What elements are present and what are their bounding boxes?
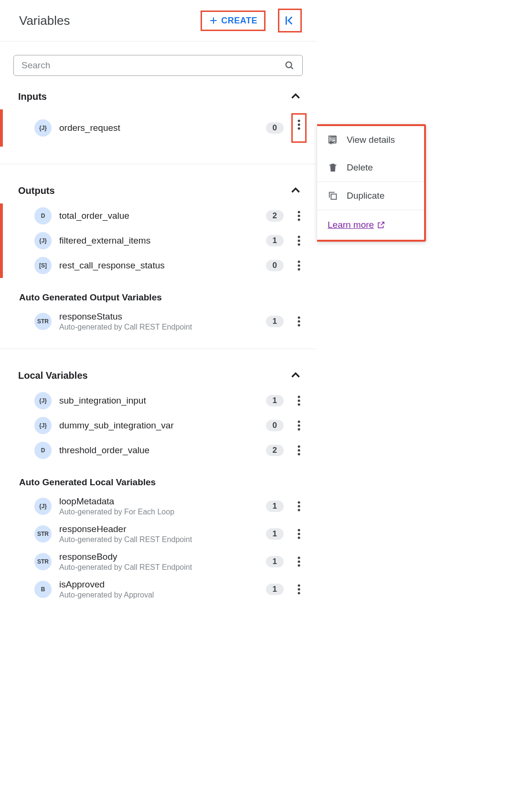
svg-point-27 [298,449,300,452]
svg-line-4 [291,67,293,69]
menu-link-learn-more[interactable]: Learn more [317,210,424,240]
variable-row[interactable]: D threshold_order_value 2 [0,438,316,463]
plus-icon [209,16,218,25]
more-actions-button[interactable] [291,442,307,458]
more-vert-icon [298,584,300,595]
more-actions-button[interactable] [291,393,307,409]
more-vert-icon [298,395,300,406]
trash-icon [328,162,338,173]
search-icon [284,60,295,71]
svg-rect-44 [330,140,333,141]
svg-point-29 [298,501,300,504]
svg-point-30 [298,505,300,508]
type-badge: {J} [34,119,52,137]
svg-point-21 [298,400,300,402]
type-badge: STR [34,313,52,330]
duplicate-icon [328,191,338,201]
svg-point-28 [298,453,300,456]
more-actions-button[interactable] [291,257,307,274]
create-button[interactable]: CREATE [201,11,266,31]
variable-row[interactable]: {J} filtered_external_items 1 [0,228,316,253]
svg-point-37 [298,565,300,567]
usage-count: 1 [266,395,284,406]
menu-item-delete[interactable]: Delete [317,154,424,181]
type-badge: B [34,581,52,598]
usage-count: 0 [266,122,284,134]
more-actions-button[interactable] [291,581,307,597]
more-actions-button[interactable] [291,113,307,143]
menu-item-duplicate[interactable]: Duplicate [317,182,424,210]
variable-text: filtered_external_items [59,235,258,246]
more-actions-button[interactable] [291,208,307,224]
usage-count: 1 [266,528,284,540]
sub-section-title: Auto Generated Output Variables [0,278,316,308]
usage-count: 1 [266,584,284,595]
more-actions-button[interactable] [291,313,307,330]
variable-name: loopMetadata [59,496,258,507]
more-actions-button[interactable] [291,526,307,542]
variable-row[interactable]: D total_order_value 2 [0,203,316,228]
collapse-panel-button[interactable] [278,9,302,32]
svg-point-24 [298,425,300,427]
context-menu: View details Delete Duplicate Learn more [317,124,426,242]
divider [0,349,316,349]
variable-subtext: Auto-generated by Call REST Endpoint [59,535,258,544]
more-actions-button[interactable] [291,498,307,514]
variable-subtext: Auto-generated by For Each Loop [59,508,258,516]
svg-point-33 [298,533,300,535]
svg-point-17 [298,317,300,319]
variable-row[interactable]: {J} dummy_sub_integration_var 0 [0,413,316,438]
section-title: Inputs [18,91,289,102]
variable-name: rest_call_response_status [59,260,258,271]
variable-row[interactable]: [S] rest_call_response_status 0 [0,253,316,278]
svg-rect-43 [330,139,335,139]
variable-row[interactable]: {J} orders_request 0 [0,109,316,147]
usage-count: 1 [266,235,284,246]
search-container [0,42,316,84]
variable-row[interactable]: STR responseStatus Auto-generated by Cal… [0,308,316,335]
create-button-label: CREATE [221,16,257,26]
variable-text: orders_request [59,123,258,133]
more-vert-icon [298,445,300,456]
variable-name: responseBody [59,552,258,562]
svg-point-26 [298,446,300,448]
section-header-outputs[interactable]: Outputs [0,178,316,203]
more-actions-button[interactable] [291,233,307,249]
svg-point-31 [298,509,300,512]
variable-row[interactable]: {J} sub_integration_input 1 [0,388,316,413]
more-actions-button[interactable] [291,417,307,434]
usage-count: 1 [266,556,284,567]
usage-count: 0 [266,260,284,271]
section-header-locals[interactable]: Local Variables [0,362,316,388]
usage-count: 0 [266,420,284,431]
variable-row[interactable]: STR responseHeader Auto-generated by Cal… [0,520,316,548]
variable-row[interactable]: STR responseBody Auto-generated by Call … [0,548,316,576]
variable-text: responseStatus Auto-generated by Call RE… [59,311,258,331]
type-badge: {J} [34,392,52,409]
more-vert-icon [298,119,300,130]
svg-point-12 [298,240,300,242]
menu-item-view-details[interactable]: View details [317,126,424,154]
usage-count: 2 [266,210,284,222]
search-box[interactable] [13,55,303,76]
more-vert-icon [298,211,300,221]
type-badge: [S] [34,257,52,274]
more-vert-icon [298,260,300,271]
svg-point-38 [298,585,300,587]
svg-point-8 [298,211,300,213]
search-input[interactable] [21,60,279,71]
more-actions-button[interactable] [291,554,307,570]
svg-point-14 [298,261,300,263]
variable-row[interactable]: {J} loopMetadata Auto-generated by For E… [0,492,316,520]
variable-text: rest_call_response_status [59,260,258,271]
svg-point-7 [298,128,300,130]
svg-point-22 [298,404,300,406]
usage-count: 1 [266,501,284,512]
type-badge: {J} [34,232,52,249]
section-header-inputs[interactable]: Inputs [0,84,316,109]
menu-item-label: Delete [347,162,373,173]
variable-row[interactable]: B isApproved Auto-generated by Approval … [0,576,316,603]
svg-point-20 [298,396,300,398]
more-vert-icon [298,501,300,512]
variable-name: sub_integration_input [59,395,258,406]
